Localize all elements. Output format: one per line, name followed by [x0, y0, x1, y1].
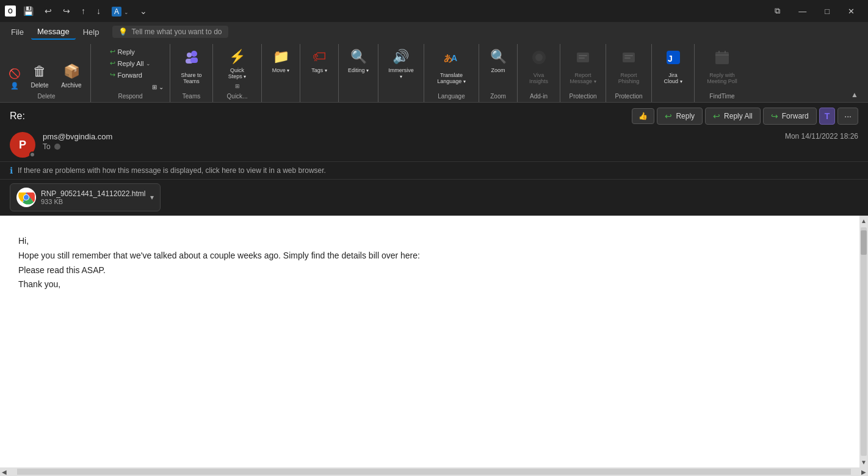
scroll-right-button[interactable]: ▶ — [859, 469, 868, 475]
jira-group-label — [656, 98, 690, 102]
reply-button[interactable]: ↩ Reply — [106, 46, 139, 57]
move-button[interactable]: 📁 Move ▾ — [266, 46, 296, 76]
ribbon-group-editing: 🔍 Editing ▾ — [339, 44, 378, 102]
save-button[interactable]: 💾 — [20, 4, 37, 18]
menu-message[interactable]: Message — [31, 24, 76, 40]
zoom-group-label: Zoom — [483, 91, 513, 102]
immersive-label: Immersive▾ — [388, 67, 414, 79]
attachment-icon — [16, 188, 36, 207]
respond-group-label: Respond — [95, 91, 166, 102]
editing-button[interactable]: 🔍 Editing ▾ — [343, 46, 374, 76]
format-button[interactable]: A ⌄ — [108, 4, 132, 18]
vertical-scrollbar[interactable]: ▲ ▼ — [859, 216, 868, 467]
reply-label: Reply — [118, 48, 135, 56]
report-phish-group-label: Protection — [610, 91, 648, 102]
quicksteps-button[interactable]: ⚡ QuickSteps ▾ — [222, 46, 253, 82]
zoom-icon: 🔍 — [490, 49, 507, 65]
like-button[interactable]: 👍 — [632, 108, 654, 124]
info-message: If there are problems with how this mess… — [18, 166, 326, 175]
report-phish-label: ReportPhishing — [618, 72, 640, 84]
forward-button[interactable]: ↪ Forward — [106, 70, 146, 80]
info-bar[interactable]: ℹ If there are problems with how this me… — [0, 162, 868, 180]
sender-avatar: P — [10, 132, 35, 158]
ribbon-collapse-button[interactable]: ▲ — [847, 89, 862, 101]
respond-more-icon: ⊞ ⌄ — [152, 84, 164, 90]
delete-button[interactable]: 🗑 Delete — [24, 61, 55, 91]
tags-button[interactable]: 🏷 Tags ▾ — [304, 46, 335, 76]
minimize-button[interactable]: — — [790, 3, 815, 20]
action-bar: 👍 ↩ Reply ↩ Reply All ↪ Forward T ··· — [632, 108, 858, 125]
share-teams-button[interactable]: Share toTeams — [176, 46, 207, 87]
attachment-name: RNP_90521441_14112022.html — [41, 189, 145, 198]
more-tb-icon: ⌄ — [140, 6, 147, 16]
redo-button[interactable]: ↪ — [59, 4, 74, 18]
forward-action-label: Forward — [782, 112, 809, 120]
ribbon-immersive-inner: 🔊 Immersive▾ — [385, 44, 418, 98]
immersive-button[interactable]: 🔊 Immersive▾ — [385, 46, 418, 82]
svg-point-23 — [24, 195, 29, 200]
zoom-button[interactable]: 🔍 Zoom — [483, 46, 513, 76]
quicksteps-more-button[interactable]: ⊞ — [233, 82, 242, 90]
move-label: Move ▾ — [272, 67, 290, 73]
maximize-button[interactable]: □ — [816, 3, 838, 20]
attachment-expand-icon[interactable]: ▾ — [150, 193, 154, 202]
ribbon-group-quicksteps: ⚡ QuickSteps ▾ ⊞ Quick... — [213, 44, 262, 102]
scroll-left-button[interactable]: ◀ — [0, 469, 9, 475]
ribbon-addin-inner: VivaInsights — [524, 44, 554, 91]
teams-action-icon: T — [825, 111, 830, 121]
attachment-info: RNP_90521441_14112022.html 933 KB — [41, 189, 145, 205]
restore-button[interactable]: ⧉ — [766, 2, 789, 20]
horizontal-scrollbar[interactable]: ◀ ▶ — [0, 467, 868, 476]
forward-action-icon: ↪ — [771, 111, 778, 121]
teams-action-button[interactable]: T — [819, 108, 836, 125]
menu-help[interactable]: Help — [77, 25, 106, 39]
svg-point-7 — [535, 54, 543, 61]
ribbon-group-move: 📁 Move ▾ — [262, 44, 300, 102]
addin-group-label: Add-in — [521, 91, 556, 102]
scroll-down-button[interactable]: ▼ — [861, 457, 867, 467]
report-msg-group-label: Protection — [564, 91, 602, 102]
undo-button[interactable]: ↩ — [41, 4, 56, 18]
more-tb-button[interactable]: ⌄ — [136, 4, 151, 18]
report-message-button: ReportMessage ▾ — [566, 46, 599, 87]
close-button[interactable]: ✕ — [839, 3, 863, 20]
flag-block-icon: 🚫 — [9, 68, 21, 79]
menu-file[interactable]: File — [5, 25, 30, 39]
svg-rect-8 — [577, 53, 589, 62]
reply-all-action-button[interactable]: ↩ Reply All — [705, 108, 761, 125]
tell-me-box[interactable]: 💡 Tell me what you want to do — [112, 26, 228, 38]
email-body-container: Hi, Hope you still remember that we've t… — [0, 216, 859, 467]
jira-button[interactable]: J JiraCloud ▾ — [658, 46, 689, 87]
body-line-4: Thank you, — [18, 277, 841, 292]
reply-action-button[interactable]: ↩ Reply — [657, 108, 703, 125]
up-button[interactable]: ↑ — [78, 4, 89, 18]
ribbon-group-addin: VivaInsights Add-in — [518, 44, 560, 102]
viva-button: VivaInsights — [524, 46, 554, 87]
archive-button[interactable]: 📦 Archive — [56, 61, 87, 91]
ribbon-group-jira: J JiraCloud ▾ — [652, 44, 695, 102]
report-phish-icon — [620, 49, 637, 70]
more-actions-button[interactable]: ··· — [837, 108, 858, 125]
respond-more-button[interactable]: ⊞ ⌄ — [150, 83, 166, 91]
ribbon-reportphish-inner: ReportPhishing — [613, 44, 644, 91]
tell-me-text: Tell me what you want to do — [131, 27, 222, 36]
scroll-up-button[interactable]: ▲ — [861, 216, 867, 226]
ribbon-tags-inner: 🏷 Tags ▾ — [304, 44, 335, 98]
svg-rect-17 — [715, 54, 729, 56]
attachment-item[interactable]: RNP_90521441_14112022.html 933 KB ▾ — [10, 183, 161, 211]
ribbon-group-zoom: 🔍 Zoom Zoom — [479, 44, 518, 102]
to-label: To — [43, 142, 51, 151]
forward-action-button[interactable]: ↪ Forward — [763, 108, 817, 125]
report-msg-icon — [574, 49, 591, 70]
email-timestamp: Mon 14/11/2022 18:26 — [785, 132, 858, 141]
immersive-group-label — [382, 98, 420, 102]
horizontal-scroll-track — [17, 469, 851, 475]
up-icon: ↑ — [81, 6, 85, 16]
reply-all-button[interactable]: ↩ Reply All ⌄ — [106, 58, 155, 68]
quicksteps-group-label: Quick... — [217, 91, 258, 102]
ribbon-teams-inner: Share toTeams — [176, 44, 207, 91]
main-content: Re: 👍 ↩ Reply ↩ Reply All ↪ Forward T ··… — [0, 103, 868, 476]
translate-button[interactable]: あ A TranslateLanguage ▾ — [433, 46, 469, 87]
down-button[interactable]: ↓ — [93, 4, 104, 18]
flag-block-button[interactable]: 🚫 👤 — [6, 67, 23, 91]
